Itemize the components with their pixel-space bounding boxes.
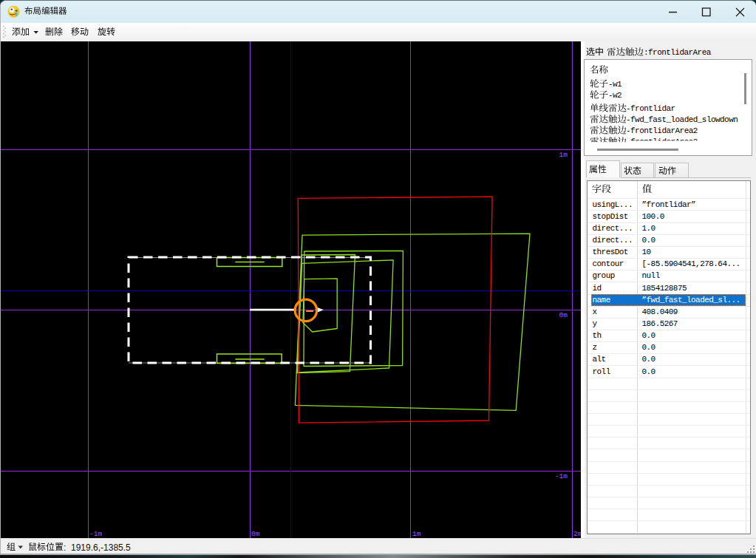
svg-text:1m: 1m xyxy=(559,151,568,159)
svg-text:1m: 1m xyxy=(412,530,421,538)
svg-text:0m: 0m xyxy=(251,530,260,538)
svg-text:-1m: -1m xyxy=(555,472,568,480)
svg-text:-1m: -1m xyxy=(89,530,102,538)
svg-text:0m: 0m xyxy=(559,311,568,319)
svg-text:2m: 2m xyxy=(573,530,581,538)
